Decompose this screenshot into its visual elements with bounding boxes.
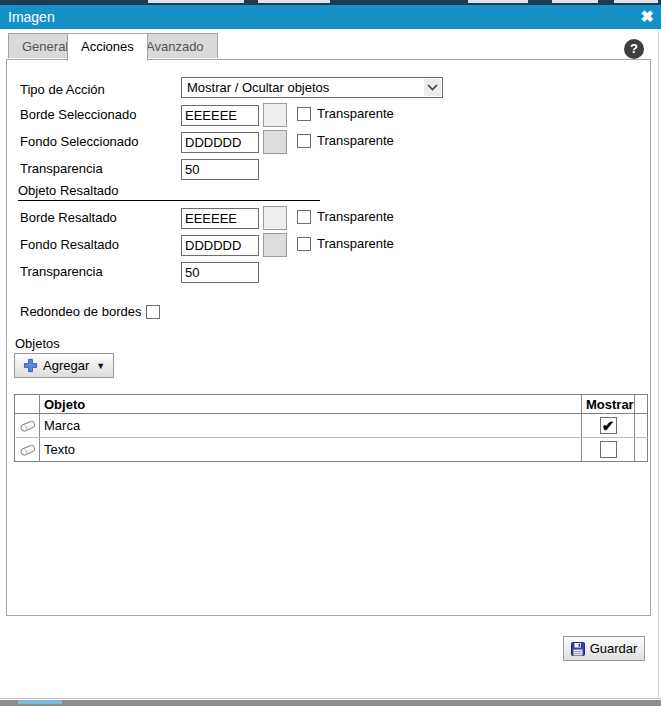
dialog-title: Imagen [8, 5, 55, 29]
agregar-button-label: Agregar [43, 358, 89, 373]
borde-resaltado-label: Borde Resaltado [20, 208, 117, 228]
borde-seleccionado-input[interactable] [181, 105, 259, 126]
eraser-icon[interactable] [19, 443, 36, 456]
background-bottom-strip [0, 700, 661, 706]
icon-column-header [15, 395, 40, 414]
background-bottom-fragment [18, 700, 62, 704]
caret-down-icon: ▼ [96, 361, 105, 371]
fondo-seleccionado-color-swatch[interactable] [263, 130, 287, 154]
checkmark-icon: ✔ [602, 419, 615, 432]
save-icon [571, 642, 585, 656]
fondo-resaltado-transparente-checkbox[interactable] [297, 237, 311, 251]
table-row: Marca ✔ [15, 414, 648, 438]
transparente-label: Transparente [317, 133, 394, 149]
transparencia-resaltado-input[interactable] [181, 262, 259, 283]
fondo-resaltado-color-swatch[interactable] [263, 233, 287, 257]
dialog-bottom-border [0, 698, 661, 699]
eraser-icon[interactable] [19, 419, 36, 432]
plus-icon [23, 358, 38, 373]
background-text-fragment [468, 0, 528, 3]
tab-acciones[interactable]: Acciones [67, 33, 148, 61]
borde-seleccionado-label: Borde Seleccionado [20, 105, 136, 125]
table-row: Texto [15, 438, 648, 462]
transparente-label: Transparente [317, 236, 394, 252]
close-icon[interactable]: ✖ [641, 7, 654, 27]
mostrar-checkbox-checked[interactable]: ✔ [600, 417, 617, 434]
fondo-resaltado-input[interactable] [181, 235, 259, 256]
dialog-content-panel: Tipo de Acción Mostrar / Ocultar objetos… [6, 59, 651, 616]
fondo-resaltado-label: Fondo Resaltado [20, 235, 119, 255]
fondo-seleccionado-input[interactable] [181, 132, 259, 153]
tipo-accion-selected-value: Mostrar / Ocultar objetos [187, 78, 329, 97]
transparencia-resaltado-label: Transparencia [20, 262, 103, 282]
background-text-fragment [552, 0, 598, 3]
section-divider [18, 200, 320, 201]
borde-resaltado-input[interactable] [181, 208, 259, 229]
borde-resaltado-transparente-checkbox[interactable] [297, 210, 311, 224]
mostrar-checkbox-unchecked[interactable] [600, 441, 617, 458]
agregar-button[interactable]: Agregar ▼ [14, 353, 114, 378]
mostrar-column-header: Mostrar [582, 395, 635, 414]
borde-resaltado-color-swatch[interactable] [263, 206, 287, 230]
dialog-right-border [658, 29, 659, 698]
guardar-button-label: Guardar [590, 641, 638, 656]
borde-seleccionado-color-swatch[interactable] [263, 103, 287, 127]
fondo-seleccionado-label: Fondo Seleccionado [20, 132, 139, 152]
spacer-column-header [635, 395, 648, 414]
fondo-seleccionado-transparente-checkbox[interactable] [297, 134, 311, 148]
tab-strip: General Acciones Avanzado [0, 29, 661, 60]
objects-table: Objeto Mostrar Marca ✔ [14, 394, 648, 462]
tipo-accion-label: Tipo de Acción [20, 80, 105, 100]
objetos-label: Objetos [15, 336, 60, 352]
chevron-down-icon [424, 79, 441, 96]
object-name-cell: Marca [40, 414, 582, 438]
transparencia-seleccionado-label: Transparencia [20, 159, 103, 179]
borde-seleccionado-transparente-checkbox[interactable] [297, 107, 311, 121]
redondeo-bordes-checkbox[interactable] [146, 305, 160, 319]
objeto-column-header: Objeto [40, 395, 582, 414]
object-name-cell: Texto [40, 438, 582, 462]
background-text-fragment [148, 0, 244, 3]
transparencia-seleccionado-input[interactable] [181, 159, 259, 180]
background-text-fragment [614, 0, 658, 3]
objeto-resaltado-section-title: Objeto Resaltado [18, 183, 118, 199]
guardar-button[interactable]: Guardar [563, 636, 645, 661]
redondeo-bordes-label: Redondeo de bordes [20, 302, 141, 322]
tipo-accion-select[interactable]: Mostrar / Ocultar objetos [181, 77, 443, 98]
background-text-fragment [258, 0, 330, 3]
help-icon[interactable]: ? [624, 39, 644, 59]
transparente-label: Transparente [317, 209, 394, 225]
transparente-label: Transparente [317, 106, 394, 122]
dialog-titlebar: Imagen ✖ [0, 5, 661, 29]
table-header-row: Objeto Mostrar [15, 395, 648, 414]
